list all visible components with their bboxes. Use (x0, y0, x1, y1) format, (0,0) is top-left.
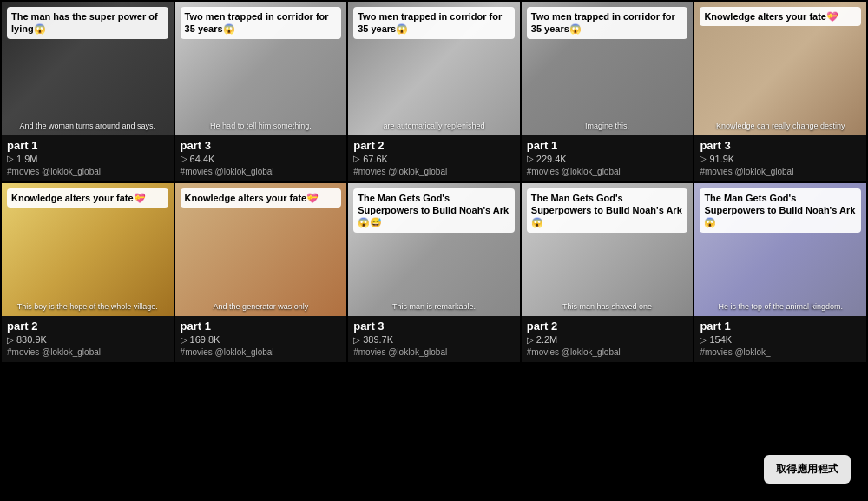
card-part: part 2 (7, 320, 168, 333)
card-views: 169.8K (181, 334, 342, 345)
card-info: part 3 64.4K #movies @loklok_global (175, 135, 347, 181)
card-info: part 1 169.8K #movies @loklok_global (175, 316, 347, 362)
video-thumbnail: Two men trapped in corridor for 35 years… (348, 2, 520, 135)
card-part: part 1 (181, 320, 342, 333)
video-title-overlay: Two men trapped in corridor for 35 years… (353, 7, 515, 39)
video-subtitle-overlay: He is the top of the animal kingdom. (700, 302, 861, 311)
card-views: 1.9M (7, 154, 168, 164)
card-part: part 3 (700, 139, 861, 152)
video-thumbnail: The Man Gets God's Superpowers to Build … (694, 183, 866, 317)
card-tags: #movies @loklok_global (7, 167, 168, 176)
video-title-overlay: The Man Gets God's Superpowers to Build … (353, 188, 515, 233)
card-info: part 2 830.9K #movies @loklok_global (2, 316, 174, 362)
video-card[interactable]: The Man Gets God's Superpowers to Build … (348, 183, 520, 363)
card-tags: #movies @loklok_global (7, 347, 168, 357)
video-title-overlay: Knowledge alters your fate💝 (181, 188, 342, 208)
video-title-overlay: The man has the super power of lying😱 (7, 7, 168, 39)
card-tags: #movies @loklok_global (527, 167, 688, 176)
card-part: part 1 (7, 139, 168, 152)
card-part: part 2 (353, 139, 515, 152)
card-tags: #movies @loklok_global (527, 347, 688, 357)
video-subtitle-overlay: are automatically replenished (353, 122, 515, 130)
video-thumbnail: The Man Gets God's Superpowers to Build … (348, 183, 520, 317)
video-card[interactable]: Knowledge alters your fate💝 This boy is … (2, 183, 174, 363)
video-subtitle-overlay: And the generator was only (181, 302, 342, 311)
card-tags: #movies @loklok_global (181, 347, 342, 357)
video-card[interactable]: Two men trapped in corridor for 35 years… (522, 2, 694, 181)
video-title-overlay: The Man Gets God's Superpowers to Build … (700, 188, 861, 233)
card-tags: #movies @loklok_ (700, 347, 861, 357)
video-thumbnail: Knowledge alters your fate💝 Knowledge ca… (694, 2, 866, 135)
card-views: 830.9K (7, 334, 168, 345)
card-part: part 3 (353, 320, 515, 333)
card-info: part 1 229.4K #movies @loklok_global (522, 135, 694, 181)
card-views: 229.4K (527, 154, 688, 164)
card-views: 91.9K (700, 154, 861, 164)
card-info: part 2 67.6K #movies @loklok_global (348, 135, 520, 181)
video-card[interactable]: Two men trapped in corridor for 35 years… (175, 2, 347, 181)
video-thumbnail: Two men trapped in corridor for 35 years… (522, 2, 694, 135)
video-title-overlay: Two men trapped in corridor for 35 years… (181, 7, 342, 39)
video-thumbnail: Two men trapped in corridor for 35 years… (175, 2, 347, 135)
video-thumbnail: The Man Gets God's Superpowers to Build … (522, 183, 694, 317)
video-subtitle-overlay: Knowledge can really change destiny (700, 122, 861, 130)
video-thumbnail: Knowledge alters your fate💝 This boy is … (2, 183, 174, 317)
card-part: part 2 (527, 320, 688, 333)
video-card[interactable]: Knowledge alters your fate💝 Knowledge ca… (694, 2, 866, 181)
video-title-overlay: Knowledge alters your fate💝 (700, 7, 861, 26)
video-thumbnail: Knowledge alters your fate💝 And the gene… (175, 183, 347, 317)
video-subtitle-overlay: This boy is the hope of the whole villag… (7, 302, 168, 311)
card-info: part 3 91.9K #movies @loklok_global (694, 135, 866, 181)
card-tags: #movies @loklok_global (181, 167, 342, 176)
video-thumbnail: The man has the super power of lying😱 An… (2, 2, 174, 135)
card-info: part 1 154K #movies @loklok_ (694, 316, 866, 362)
card-views: 67.6K (353, 154, 515, 164)
video-title-overlay: Two men trapped in corridor for 35 years… (527, 7, 688, 39)
card-info: part 2 2.2M #movies @loklok_global (522, 316, 694, 362)
card-info: part 3 389.7K #movies @loklok_global (348, 316, 520, 362)
video-subtitle-overlay: This man has shaved one (527, 302, 688, 311)
card-info: part 1 1.9M #movies @loklok_global (2, 135, 174, 181)
card-tags: #movies @loklok_global (353, 167, 515, 176)
video-subtitle-overlay: Imagine this. (527, 122, 688, 130)
video-title-overlay: Knowledge alters your fate💝 (7, 188, 168, 208)
card-part: part 3 (181, 139, 342, 152)
video-subtitle-overlay: He had to tell him something. (181, 122, 342, 130)
card-tags: #movies @loklok_global (700, 167, 861, 176)
card-part: part 1 (527, 139, 688, 152)
card-views: 389.7K (353, 334, 515, 345)
video-subtitle-overlay: And the woman turns around and says. (7, 122, 168, 130)
video-subtitle-overlay: This man is remarkable. (353, 302, 515, 311)
video-card[interactable]: The man has the super power of lying😱 An… (2, 2, 174, 181)
video-title-overlay: The Man Gets God's Superpowers to Build … (527, 188, 688, 233)
video-card[interactable]: The Man Gets God's Superpowers to Build … (694, 183, 866, 363)
video-card[interactable]: Two men trapped in corridor for 35 years… (348, 2, 520, 181)
video-card[interactable]: Knowledge alters your fate💝 And the gene… (175, 183, 347, 363)
toast-notification[interactable]: 取得應用程式 (764, 455, 851, 484)
card-tags: #movies @loklok_global (353, 347, 515, 357)
video-grid: The man has the super power of lying😱 An… (0, 0, 868, 364)
video-card[interactable]: The Man Gets God's Superpowers to Build … (522, 183, 694, 363)
card-part: part 1 (700, 320, 861, 333)
card-views: 64.4K (181, 154, 342, 164)
card-views: 154K (700, 334, 861, 345)
card-views: 2.2M (527, 334, 688, 345)
